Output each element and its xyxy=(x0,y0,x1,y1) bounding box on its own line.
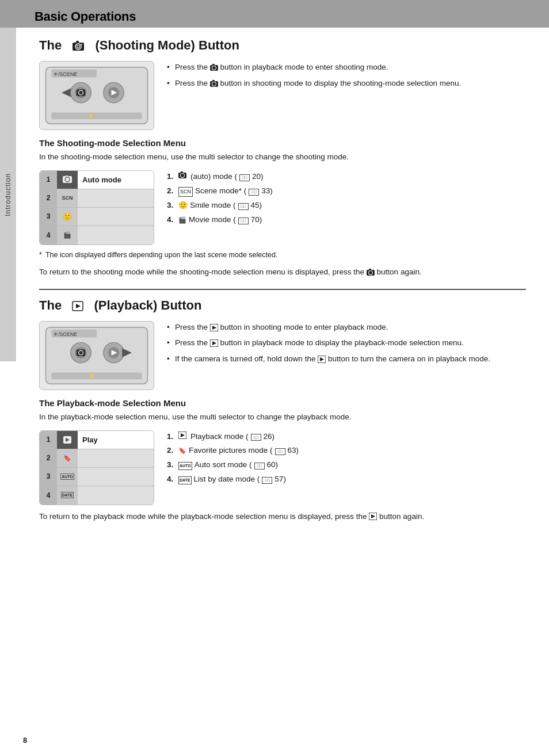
svg-rect-23 xyxy=(212,80,215,82)
play-menu-row-3: 3 AUTO xyxy=(40,468,154,486)
section1-title-pre: The xyxy=(39,38,62,53)
section1-menu-area: 1 Auto mode 2 xyxy=(39,170,526,245)
ref-icon-p3: □□ xyxy=(254,463,265,469)
section2-heading: The (Playback) Button xyxy=(39,298,526,313)
svg-marker-53 xyxy=(320,357,324,361)
ref-icon-4: □□ xyxy=(238,217,249,224)
ref-icon-p1: □□ xyxy=(251,434,261,441)
svg-text:✳/SCENE: ✳/SCENE xyxy=(54,71,77,77)
section2-title-pre: The xyxy=(39,298,62,313)
ref-icon-2: □□ xyxy=(249,189,259,196)
ref-icon-p4: □□ xyxy=(262,477,272,484)
section2-bullet-3: If the camera is turned off, hold down t… xyxy=(167,353,490,365)
menu-row-1: 1 Auto mode xyxy=(40,171,154,189)
play-menu-row-1: 1 Play xyxy=(40,431,154,449)
cam-icon-inline-2 xyxy=(210,79,220,87)
sidebar-label: Introduction xyxy=(4,173,12,216)
menu-list-item-2: 2. SCN Scene mode* (□□ 33) xyxy=(167,185,273,198)
ref-icon-3: □□ xyxy=(238,203,249,210)
svg-text:⚡: ⚡ xyxy=(88,112,96,120)
svg-marker-57 xyxy=(181,433,185,437)
svg-rect-46 xyxy=(51,372,142,379)
submenu1-title: The Shooting-mode Selection Menu xyxy=(39,138,526,148)
section2-return-note: To return to the playback mode while the… xyxy=(39,511,526,523)
play-menu-list-item-1: 1. Playback mode (□□ 26) xyxy=(167,430,299,444)
svg-rect-26 xyxy=(66,175,68,177)
svg-rect-3 xyxy=(76,41,79,43)
ref-icon-p2: □□ xyxy=(275,448,285,455)
section1-return-note: To return to the shooting mode while the… xyxy=(39,266,526,278)
sidebar-tab: Introduction xyxy=(0,28,16,361)
page-number: 8 xyxy=(23,736,27,744)
play-icon-inline-3 xyxy=(318,354,328,363)
section2-numbered-list: 1. Playback mode (□□ 26) 2. 🔖 Favorite p… xyxy=(167,430,299,488)
shooting-mode-cam-icon xyxy=(72,38,85,53)
main-content: The (Shooting Mode) Button xyxy=(23,28,549,550)
section-divider xyxy=(39,289,526,290)
menu-row-2: 2 SCN xyxy=(40,189,154,208)
svg-marker-59 xyxy=(371,514,375,518)
section1-bullet-1: Press the button in playback mode to ent… xyxy=(167,61,461,74)
section1-bullet-2: Press the button in shooting mode to dis… xyxy=(167,77,461,90)
menu-list-item-1: 1. (auto) mode (□□ 20) xyxy=(167,170,273,184)
section2-diagram-area: ✳/SCENE ⚡ xyxy=(39,321,526,390)
section1-menu-diagram: 1 Auto mode 2 xyxy=(39,170,154,245)
ref-icon-1: □□ xyxy=(239,174,250,181)
cam-icon-inline-1 xyxy=(210,63,220,71)
play-menu-row-4: 4 DATE xyxy=(40,486,154,505)
cam-icon-return-1 xyxy=(367,268,377,276)
play-menu-row-2: 2 🔖 xyxy=(40,449,154,468)
menu-row-4: 4 🎬 xyxy=(40,226,154,245)
playback-mode-play-icon xyxy=(72,298,83,313)
svg-marker-49 xyxy=(212,326,216,330)
menu-list-item-3: 3. 🙂 Smile mode (□□ 45) xyxy=(167,199,273,212)
svg-marker-34 xyxy=(76,304,81,308)
section-playback-mode: The (Playback) Button ✳/SCENE xyxy=(39,298,526,523)
svg-text:✳/SCENE: ✳/SCENE xyxy=(54,331,77,337)
submenu2-body: In the playback-mode selection menu, use… xyxy=(39,411,526,423)
submenu2-title: The Playback-mode Selection Menu xyxy=(39,398,526,408)
play-icon-return xyxy=(369,512,379,521)
section2-title-post: (Playback) Button xyxy=(94,298,201,313)
submenu1-body: In the shooting-mode selection menu, use… xyxy=(39,151,526,163)
play-icon-inline-1 xyxy=(210,323,220,331)
section1-title-post: (Shooting Mode) Button xyxy=(95,38,239,53)
svg-rect-29 xyxy=(181,171,183,173)
svg-rect-20 xyxy=(212,64,215,66)
section1-bullets: Press the button in playback mode to ent… xyxy=(167,61,461,93)
section1-footnote: * The icon displayed differs depending u… xyxy=(39,250,526,261)
svg-point-4 xyxy=(81,44,82,45)
section1-camera-diagram: ✳/SCENE ⚡ xyxy=(39,61,154,130)
section1-menu-table: 1 Auto mode 2 xyxy=(40,171,154,245)
svg-rect-32 xyxy=(369,269,371,270)
header-bar: Basic Operations xyxy=(0,0,549,28)
section2-bullets: Press the button in shooting mode to ent… xyxy=(167,321,490,369)
play-icon-inline-2 xyxy=(210,338,220,347)
svg-marker-51 xyxy=(212,341,216,345)
section2-bullet-2: Press the button in playback mode to dis… xyxy=(167,337,490,349)
section1-diagram-area: ✳/SCENE ⚡ xyxy=(39,61,526,130)
section-shooting-mode: The (Shooting Mode) Button xyxy=(39,38,526,278)
play-menu-list-item-3: 3. AUTO Auto sort mode (□□ 60) xyxy=(167,459,299,472)
section2-menu-diagram: 1 Play 2 🔖 xyxy=(39,430,154,505)
section1-heading: The (Shooting Mode) Button xyxy=(39,38,526,53)
play-menu-list-item-4: 4. DATE List by date mode (□□ 57) xyxy=(167,473,299,486)
play-menu-list-item-2: 2. 🔖 Favorite pictures mode (□□ 63) xyxy=(167,444,299,457)
section2-camera-diagram: ✳/SCENE ⚡ xyxy=(39,321,154,390)
menu-list-item-4: 4. 🎬 Movie mode (□□ 70) xyxy=(167,213,273,227)
page-title: Basic Operations xyxy=(35,9,136,24)
section1-numbered-list: 1. (auto) mode (□□ 20) 2. SCN Scene mode… xyxy=(167,170,273,228)
svg-text:⚡: ⚡ xyxy=(88,372,96,380)
menu-row-3: 3 🙂 xyxy=(40,208,154,226)
section2-bullet-1: Press the button in shooting mode to ent… xyxy=(167,321,490,334)
section2-menu-area: 1 Play 2 🔖 xyxy=(39,430,526,505)
section2-menu-table: 1 Play 2 🔖 xyxy=(40,431,154,505)
svg-rect-16 xyxy=(51,113,142,120)
